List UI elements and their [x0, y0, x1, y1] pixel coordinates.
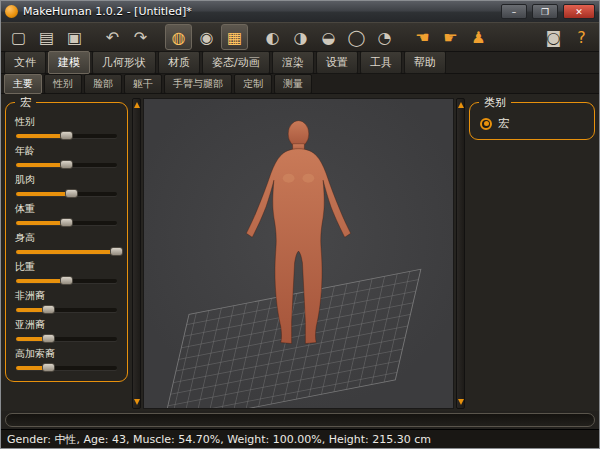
wireframe-button[interactable]: ◉ [193, 24, 220, 50]
viewport-scene [144, 99, 453, 408]
menu-item-files[interactable]: 文件 [4, 51, 46, 74]
camera-icon: ◙ [546, 28, 562, 47]
symmetry-right-icon: ◑ [294, 28, 308, 47]
maximize-button[interactable]: ❐ [532, 4, 558, 19]
menu-item-utilities[interactable]: 工具 [360, 51, 402, 74]
symmetry-right-button[interactable]: ◑ [287, 24, 314, 50]
save-file-icon: ▣ [67, 28, 82, 47]
wireframe-icon: ◉ [200, 28, 214, 47]
load-file-icon: ▤ [39, 28, 54, 47]
asian-slider-group: 亚洲裔 [14, 318, 119, 344]
asian-slider[interactable] [16, 333, 117, 344]
scroll-down-arrow-icon[interactable] [458, 399, 464, 405]
left-panel-scroll-strip[interactable] [132, 98, 141, 409]
progress-bar [5, 413, 595, 427]
african-slider-handle[interactable] [42, 305, 55, 314]
left-hand-icon: ☚ [415, 28, 429, 47]
height-slider-label: 身高 [15, 231, 119, 245]
weight-slider-group: 体重 [14, 202, 119, 228]
subtab-gender[interactable]: 性别 [44, 74, 82, 94]
menu-item-materials[interactable]: 材质 [158, 51, 200, 74]
menu-item-modelling[interactable]: 建模 [48, 51, 90, 74]
subtab-face[interactable]: 脸部 [84, 74, 122, 94]
save-file-button[interactable]: ▣ [61, 24, 88, 50]
african-slider[interactable] [16, 304, 117, 315]
viewport-3d[interactable] [143, 98, 454, 409]
left-panel: 宏 性别 年龄 [3, 98, 130, 409]
caucasian-slider-handle[interactable] [42, 363, 55, 372]
height-slider-handle[interactable] [110, 247, 123, 256]
macro-groupbox: 宏 性别 年龄 [5, 102, 128, 382]
age-slider-group: 年龄 [14, 144, 119, 170]
subtab-custom[interactable]: 定制 [234, 74, 272, 94]
redo-button[interactable]: ↷ [127, 24, 154, 50]
face-camera-button[interactable]: ◔ [371, 24, 398, 50]
progress-row [1, 411, 599, 429]
undo-button[interactable]: ↶ [99, 24, 126, 50]
main-area: 宏 性别 年龄 [1, 94, 599, 411]
weight-slider[interactable] [16, 217, 117, 228]
subtab-arms-legs[interactable]: 手臂与腿部 [164, 74, 232, 94]
height-slider[interactable] [16, 246, 117, 257]
skeleton-view-button[interactable]: ♟ [465, 24, 492, 50]
scroll-up-arrow-icon[interactable] [134, 102, 140, 108]
symmetry-left-button[interactable]: ◐ [259, 24, 286, 50]
category-option-macro[interactable]: 宏 [478, 115, 586, 134]
proportion-slider[interactable] [16, 275, 117, 286]
face-camera-icon: ◔ [378, 28, 392, 47]
menu-item-help[interactable]: 帮助 [404, 51, 446, 74]
smooth-shading-button[interactable]: ◍ [165, 24, 192, 50]
app-logo-icon [5, 5, 18, 18]
undo-icon: ↶ [106, 28, 119, 47]
gender-slider-handle[interactable] [60, 131, 73, 140]
muscle-slider-handle[interactable] [65, 189, 78, 198]
weight-slider-handle[interactable] [60, 218, 73, 227]
age-slider-fill [16, 163, 67, 167]
menu-item-settings[interactable]: 设置 [316, 51, 358, 74]
global-camera-icon: ◯ [348, 28, 366, 47]
minimize-button[interactable]: – [501, 4, 527, 19]
menu-item-geometries[interactable]: 几何形状 [92, 51, 156, 74]
age-slider[interactable] [16, 159, 117, 170]
right-panel-scroll-strip[interactable] [456, 98, 465, 409]
model-chest-left [283, 174, 295, 183]
right-hand-pose-button[interactable]: ☛ [437, 24, 464, 50]
caucasian-slider[interactable] [16, 362, 117, 373]
proportion-slider-group: 比重 [14, 260, 119, 286]
proportion-slider-fill [16, 279, 67, 283]
muscle-slider[interactable] [16, 188, 117, 199]
macro-groupbox-title: 宏 [15, 95, 36, 110]
symmetry-left-icon: ◐ [266, 28, 280, 47]
muscle-slider-fill [16, 192, 72, 196]
load-file-button[interactable]: ▤ [33, 24, 60, 50]
asian-slider-handle[interactable] [42, 334, 55, 343]
menu-item-rendering[interactable]: 渲染 [272, 51, 314, 74]
weight-slider-label: 体重 [15, 202, 119, 216]
gender-slider[interactable] [16, 130, 117, 141]
right-panel: 类别 宏 [467, 98, 597, 409]
titlebar: MakeHuman 1.0.2 - [Untitled]* – ❐ ✕ [1, 1, 599, 22]
screenshot-button[interactable]: ◙ [540, 24, 567, 50]
background-toggle-button[interactable]: ▦ [221, 24, 248, 50]
subtab-main[interactable]: 主要 [4, 74, 42, 94]
scroll-up-arrow-icon[interactable] [458, 102, 464, 108]
scroll-down-arrow-icon[interactable] [134, 399, 140, 405]
new-file-button[interactable]: ▢ [5, 24, 32, 50]
age-slider-handle[interactable] [60, 160, 73, 169]
gender-slider-label: 性别 [15, 115, 119, 129]
subtab-measure[interactable]: 测量 [274, 74, 312, 94]
close-button[interactable]: ✕ [563, 4, 595, 19]
subtab-bar: 主要 性别 脸部 躯干 手臂与腿部 定制 测量 [1, 74, 599, 94]
status-bar: Gender: 中性, Age: 43, Muscle: 54.70%, Wei… [1, 429, 599, 448]
right-hand-icon: ☛ [443, 28, 457, 47]
symmetry-toggle-button[interactable]: ◒ [315, 24, 342, 50]
caucasian-slider-label: 高加索裔 [15, 347, 119, 361]
gender-slider-group: 性别 [14, 115, 119, 141]
menu-item-pose-animate[interactable]: 姿态/动画 [202, 51, 270, 74]
weight-slider-fill [16, 221, 67, 225]
global-camera-button[interactable]: ◯ [343, 24, 370, 50]
proportion-slider-handle[interactable] [60, 276, 73, 285]
left-hand-pose-button[interactable]: ☚ [409, 24, 436, 50]
subtab-torso[interactable]: 躯干 [124, 74, 162, 94]
help-button[interactable]: ? [568, 24, 595, 50]
